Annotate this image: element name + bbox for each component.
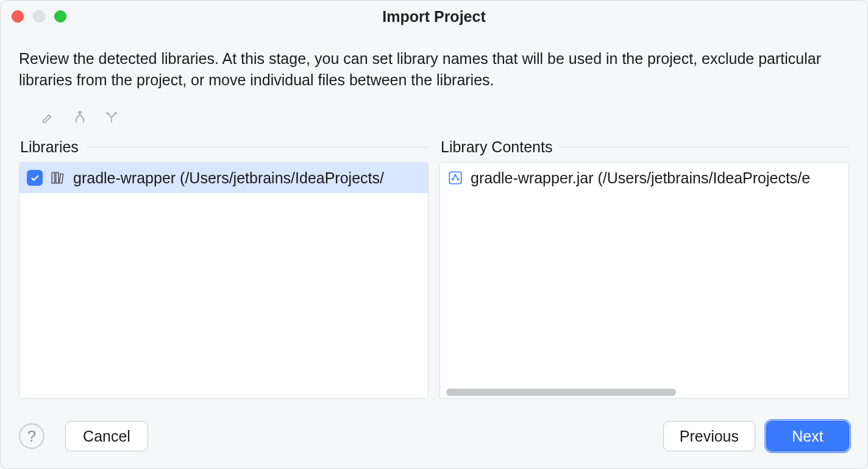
divider — [86, 147, 429, 147]
contents-file-name: gradle-wrapper.jar (/Users/jetbrains/Ide… — [471, 169, 810, 187]
divider — [560, 147, 849, 147]
dialog-window: Import Project Review the detected libra… — [0, 0, 868, 469]
window-close-button[interactable] — [12, 10, 24, 23]
horizontal-scrollbar[interactable] — [446, 389, 842, 396]
svg-rect-0 — [52, 172, 54, 183]
libraries-panel[interactable]: gradle-wrapper (/Users/jetbrains/IdeaPro… — [19, 162, 429, 399]
previous-button[interactable]: Previous — [663, 421, 755, 451]
library-icon — [50, 170, 66, 186]
library-name: gradle-wrapper (/Users/jetbrains/IdeaPro… — [73, 169, 384, 187]
merge-icon[interactable] — [73, 110, 87, 127]
help-button[interactable]: ? — [19, 423, 44, 449]
split-icon[interactable] — [104, 110, 119, 127]
window-zoom-button[interactable] — [54, 10, 66, 23]
dialog-body: Review the detected libraries. At this s… — [1, 32, 867, 411]
next-button[interactable]: Next — [766, 421, 849, 451]
panels-row: gradle-wrapper (/Users/jetbrains/IdeaPro… — [19, 162, 849, 399]
svg-rect-1 — [56, 172, 59, 183]
jar-file-icon — [447, 170, 463, 186]
titlebar: Import Project — [1, 1, 867, 32]
toolbar — [19, 105, 849, 138]
description-text: Review the detected libraries. At this s… — [19, 48, 849, 91]
window-minimize-button[interactable] — [33, 10, 45, 23]
library-checkbox[interactable] — [27, 170, 43, 186]
svg-rect-3 — [449, 172, 461, 184]
contents-list-item[interactable]: gradle-wrapper.jar (/Users/jetbrains/Ide… — [440, 163, 848, 193]
library-contents-label: Library Contents — [441, 138, 552, 156]
library-contents-panel[interactable]: gradle-wrapper.jar (/Users/jetbrains/Ide… — [439, 162, 849, 399]
library-list-item[interactable]: gradle-wrapper (/Users/jetbrains/IdeaPro… — [20, 163, 428, 193]
cancel-button[interactable]: Cancel — [65, 421, 148, 451]
rename-icon[interactable] — [41, 110, 55, 127]
dialog-title: Import Project — [1, 8, 867, 26]
window-controls — [12, 10, 66, 23]
svg-rect-2 — [59, 174, 63, 183]
panel-headers: Libraries Library Contents — [19, 138, 849, 162]
libraries-label: Libraries — [20, 138, 79, 156]
scrollbar-thumb[interactable] — [446, 389, 676, 396]
dialog-footer: ? Cancel Previous Next — [1, 411, 867, 468]
